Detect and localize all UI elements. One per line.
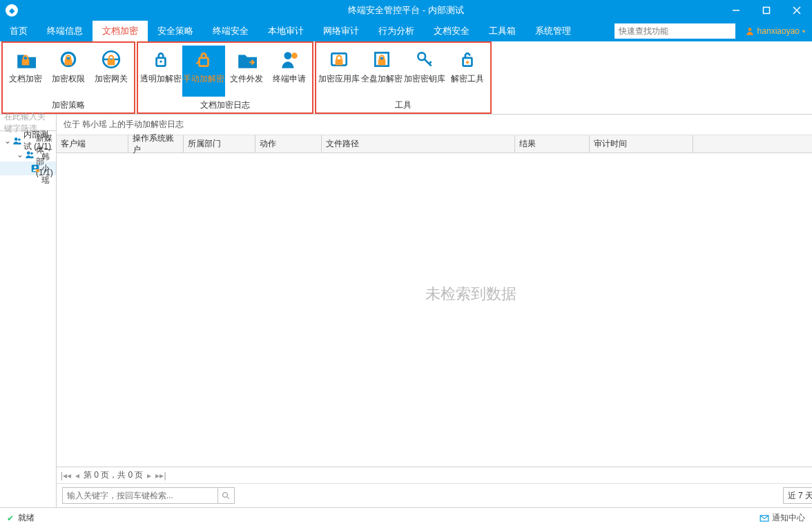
svg-rect-1 — [764, 8, 770, 14]
svg-point-14 — [291, 52, 298, 59]
ribbon: 文档加密加密权限加密网关加密策略透明加解密手动加解密文件外发终端申请文档加密日志… — [0, 41, 812, 115]
menu-tab-9[interactable]: 工具箱 — [479, 21, 525, 41]
ribbon-item-key[interactable]: 加密密钥库 — [403, 46, 446, 97]
close-button[interactable] — [782, 0, 812, 21]
pager-next-button[interactable]: ▸ — [147, 471, 151, 480]
status-text: 就绪 — [18, 512, 35, 524]
tree-node-label: 韩小瑶 — [41, 151, 56, 186]
mail-icon — [760, 514, 769, 523]
ribbon-item-label: 加密权限 — [52, 73, 85, 85]
content-title: 位于 韩小瑶 上的手动加解密日志 — [64, 119, 184, 130]
keyword-input[interactable] — [63, 488, 218, 503]
menu-tab-0[interactable]: 首页 — [0, 21, 37, 41]
grid-col-4[interactable]: 文件路径 — [322, 135, 515, 153]
user-icon — [30, 163, 40, 174]
notification-label: 通知中心 — [772, 512, 805, 524]
ribbon-group-label: 文档加密日志 — [139, 97, 311, 113]
ribbon-item-disk-lock[interactable]: 全盘加解密 — [360, 46, 403, 97]
grid-col-1[interactable]: 操作系统账户 — [128, 135, 184, 153]
menu-tab-10[interactable]: 系统管理 — [525, 21, 581, 41]
svg-point-13 — [284, 52, 292, 59]
menu-tab-6[interactable]: 网络审计 — [313, 21, 369, 41]
group-icon — [12, 135, 22, 146]
notification-center-button[interactable]: 通知中心 — [760, 512, 805, 524]
ribbon-item-user-request[interactable]: 终端申请 — [268, 46, 311, 97]
group-icon — [25, 149, 35, 160]
grid-col-2[interactable]: 所属部门 — [184, 135, 255, 153]
quick-search-input[interactable] — [615, 23, 735, 39]
grid-col-5[interactable]: 结果 — [515, 135, 590, 153]
svg-rect-16 — [336, 59, 343, 66]
titlebar: ◆ 终端安全管控平台 - 内部测试 — [0, 0, 812, 21]
ribbon-item-hand-lock[interactable]: 手动加解密 — [182, 46, 225, 97]
ribbon-item-gateway-lock[interactable]: 加密网关 — [90, 46, 133, 97]
svg-point-11 — [160, 61, 162, 63]
ribbon-item-folder-send[interactable]: 文件外发 — [225, 46, 268, 97]
svg-rect-9 — [108, 59, 115, 66]
time-range-select[interactable]: 近 7 天 ▾ — [783, 487, 812, 504]
ribbon-item-label: 终端申请 — [273, 73, 306, 85]
folder-send-icon — [235, 48, 258, 70]
ribbon-item-label: 加密密钥库 — [404, 73, 445, 85]
menu-tab-1[interactable]: 终端信息 — [37, 21, 93, 41]
ribbon-item-unlock-tool[interactable]: 解密工具 — [446, 46, 489, 97]
user-request-icon — [278, 48, 300, 70]
hand-lock-icon — [193, 48, 215, 70]
svg-point-24 — [27, 151, 30, 155]
keyword-search-button[interactable] — [218, 488, 234, 503]
ribbon-group-2: 加密应用库全盘加解密加密密钥库解密工具工具 — [315, 41, 492, 114]
gateway-lock-icon — [100, 48, 122, 70]
statusbar: ✔ 就绪 通知中心 — [0, 507, 812, 528]
grid-col-3[interactable]: 动作 — [255, 135, 322, 153]
window-title: 终端安全管控平台 - 内部测试 — [348, 4, 464, 17]
ribbon-item-lock-shield[interactable]: 透明加解密 — [139, 46, 182, 97]
main-panel: 位于 韩小瑶 上的手动加解密日志 客户端操作系统账户所属部门动作文件路径结果审计… — [57, 115, 812, 507]
svg-point-22 — [14, 137, 18, 141]
ribbon-item-gear-lock[interactable]: 加密权限 — [47, 46, 90, 97]
ribbon-group-1: 透明加解密手动加解密文件外发终端申请文档加密日志 — [137, 41, 313, 114]
svg-point-4 — [748, 28, 751, 31]
svg-point-23 — [18, 139, 21, 141]
menu-tab-5[interactable]: 本地审计 — [258, 21, 313, 41]
unlock-tool-icon — [456, 48, 478, 70]
ribbon-item-folder-lock[interactable]: 文档加密 — [4, 46, 47, 97]
menu-tab-3[interactable]: 安全策略 — [148, 21, 203, 41]
menu-tab-8[interactable]: 文档安全 — [424, 21, 479, 41]
tree-twisty-icon: ⌄ — [4, 136, 11, 146]
ribbon-item-label: 加密应用库 — [318, 73, 360, 85]
svg-rect-12 — [200, 58, 209, 66]
lock-shield-icon — [150, 48, 172, 70]
svg-rect-18 — [378, 59, 386, 66]
ribbon-item-label: 文档加密 — [9, 73, 42, 85]
org-tree: ⌄内部测试 (1/1)⌄新媒体一部 (1/1)韩小瑶 — [0, 131, 56, 178]
minimize-button[interactable] — [721, 0, 751, 21]
time-range-value: 近 7 天 — [788, 490, 812, 502]
sidebar: 在此输入关键字筛选... ⌄内部测试 (1/1)⌄新媒体一部 (1/1)韩小瑶 — [0, 115, 57, 507]
svg-point-29 — [223, 493, 228, 498]
svg-rect-8 — [65, 59, 72, 66]
menu-tab-2[interactable]: 文档加密 — [93, 21, 148, 41]
grid-col-6[interactable]: 审计时间 — [590, 135, 693, 153]
pager-last-button[interactable]: ▸▸| — [155, 471, 166, 480]
tree-node-2[interactable]: 韩小瑶 — [0, 162, 56, 175]
ribbon-item-app-lock[interactable]: 加密应用库 — [318, 46, 360, 97]
pager-first-button[interactable]: |◂◂ — [61, 471, 71, 480]
menu-tab-7[interactable]: 行为分析 — [369, 21, 424, 41]
menubar: 首页终端信息文档加密安全策略终端安全本地审计网络审计行为分析文档安全工具箱系统管… — [0, 21, 812, 41]
pager-prev-button[interactable]: ◂ — [75, 471, 79, 480]
ribbon-group-0: 文档加密加密权限加密网关加密策略 — [1, 41, 135, 114]
app-logo-icon: ◆ — [6, 4, 18, 17]
app-lock-icon — [328, 48, 350, 70]
menu-tab-4[interactable]: 终端安全 — [203, 21, 258, 41]
svg-rect-28 — [36, 169, 39, 172]
keyword-search — [62, 487, 235, 504]
ribbon-item-label: 全盘加解密 — [361, 73, 403, 85]
ribbon-item-label: 解密工具 — [451, 73, 484, 85]
ribbon-item-label: 加密网关 — [95, 73, 128, 85]
ribbon-item-label: 文件外发 — [230, 73, 263, 85]
svg-rect-5 — [22, 59, 30, 66]
no-data-label: 未检索到数据 — [425, 284, 516, 304]
user-menu[interactable]: hanxiaoyao▾ — [738, 21, 812, 41]
grid-col-0[interactable]: 客户端 — [57, 135, 128, 153]
maximize-button[interactable] — [751, 0, 782, 21]
